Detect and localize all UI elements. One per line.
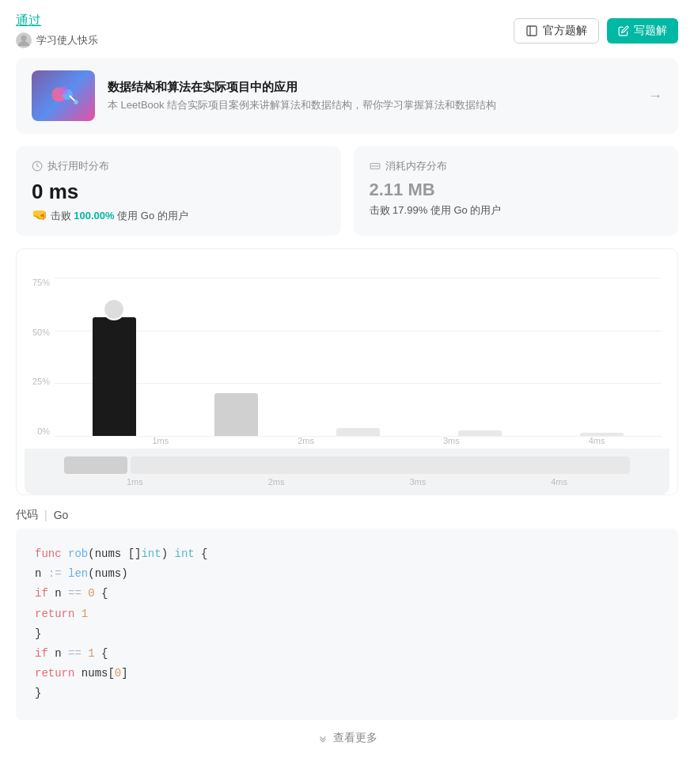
y-label-25: 25%	[32, 377, 50, 386]
memory-stat-card: 消耗内存分布 2.11 MB 击败 17.99% 使用 Go 的用户	[354, 146, 679, 236]
user-icon	[17, 33, 31, 47]
code-separator: |	[44, 509, 47, 521]
book-desc: 本 LeetBook 结合实际项目案例来讲解算法和数据结构，帮你学习掌握算法和数…	[108, 98, 496, 112]
official-solution-button[interactable]: 官方题解	[514, 18, 599, 44]
header: 通过 学习使人快乐 官方题解	[16, 13, 678, 48]
chart-container: 75% 50% 25% 0%	[16, 248, 678, 495]
bar-4ms	[580, 433, 624, 436]
header-right: 官方题解 写题解	[514, 18, 678, 44]
x-label-4ms: 4ms	[524, 436, 669, 445]
scroll-track	[131, 456, 630, 474]
stats-row: 执行用时分布 0 ms 🤜 击败 100.00% 使用 Go 的用户 消耗内存分…	[16, 146, 678, 236]
svg-point-5	[59, 86, 68, 95]
grid-line-0	[55, 436, 662, 437]
memory-value: 2.11 MB	[370, 180, 663, 200]
time-highlight: 100.00%	[74, 210, 114, 222]
code-header: 代码 | Go	[16, 508, 678, 522]
time-value: 0 ms	[32, 180, 325, 204]
scroll-x-3ms: 3ms	[347, 477, 489, 487]
chart-scrollbar-area[interactable]: 1ms 2ms 3ms 4ms	[25, 449, 669, 494]
bar-1ms	[214, 393, 258, 436]
edit-icon	[618, 25, 629, 36]
book-banner[interactable]: 数据结构和算法在实际项目中的应用 本 LeetBook 结合实际项目案例来讲解算…	[16, 58, 678, 134]
user-row: 学习使人快乐	[16, 32, 98, 48]
page-container: 通过 学习使人快乐 官方题解	[0, 0, 694, 769]
y-label-50: 50%	[32, 328, 50, 337]
memory-stat-title: 消耗内存分布	[370, 159, 663, 173]
book-info: 数据结构和算法在实际项目中的应用 本 LeetBook 结合实际项目案例来讲解算…	[108, 80, 496, 112]
scrollbar-row	[64, 456, 630, 474]
bar-group-2ms	[298, 428, 417, 436]
code-line-5: }	[35, 624, 659, 644]
code-line-1: func rob(nums []int) int {	[35, 544, 659, 564]
bar-avatar	[103, 298, 125, 320]
scroll-x-2ms: 2ms	[206, 477, 347, 487]
bar-group-3ms	[421, 430, 540, 436]
x-label-2ms: 2ms	[233, 436, 379, 445]
book-icon	[525, 25, 538, 37]
header-left: 通过 学习使人快乐	[16, 13, 98, 48]
time-sub: 🤜 击败 100.00% 使用 Go 的用户	[32, 207, 325, 223]
svg-rect-9	[370, 164, 380, 169]
code-line-6: if n == 1 {	[35, 644, 659, 664]
memory-sub: 击败 17.99% 使用 Go 的用户	[370, 203, 663, 218]
code-line-8: }	[35, 684, 659, 703]
avatar	[16, 32, 32, 48]
write-solution-button[interactable]: 写题解	[607, 18, 678, 44]
x-label-1ms: 1ms	[88, 436, 233, 445]
bar-2ms	[336, 428, 380, 436]
view-more-button[interactable]: 查看更多	[16, 720, 678, 756]
y-axis: 75% 50% 25% 0%	[32, 278, 50, 436]
time-stat-title: 执行用时分布	[32, 159, 325, 173]
code-line-2: n := len(nums)	[35, 564, 659, 584]
bar-group-0ms	[55, 317, 173, 436]
scroll-x-1ms: 1ms	[64, 477, 206, 487]
book-thumbnail	[32, 70, 95, 121]
code-block: func rob(nums []int) int { n := len(nums…	[16, 528, 678, 720]
chart-inner	[55, 278, 662, 436]
book-cover-graphic	[47, 80, 79, 112]
code-lang: Go	[54, 509, 69, 521]
scroll-x-labels: 1ms 2ms 3ms 4ms	[64, 474, 630, 487]
bars-wrapper	[55, 278, 662, 436]
bar-0ms	[93, 317, 136, 436]
x-label-3ms: 3ms	[379, 436, 525, 445]
code-section: 代码 | Go func rob(nums []int) int { n := …	[16, 508, 678, 756]
svg-point-0	[21, 36, 26, 41]
time-stat-card: 执行用时分布 0 ms 🤜 击败 100.00% 使用 Go 的用户	[16, 146, 341, 236]
svg-rect-1	[527, 26, 537, 36]
chevron-down-double-icon	[317, 733, 328, 744]
clock-icon	[32, 161, 43, 172]
y-label-75: 75%	[32, 278, 50, 287]
code-line-4: return 1	[35, 604, 659, 624]
code-label: 代码	[16, 508, 38, 522]
memory-icon	[370, 161, 381, 172]
pass-label[interactable]: 通过	[16, 13, 98, 29]
code-line-7: return nums[0]	[35, 664, 659, 684]
bar-3ms	[458, 430, 502, 436]
x-labels: 1ms 2ms 3ms 4ms	[25, 436, 669, 449]
username: 学习使人快乐	[36, 33, 98, 47]
scroll-thumb-left	[64, 456, 127, 474]
bar-avatar-inner	[104, 300, 123, 319]
scroll-x-4ms: 4ms	[488, 477, 630, 487]
book-title: 数据结构和算法在实际项目中的应用	[108, 80, 496, 95]
chart-area: 75% 50% 25% 0%	[25, 262, 669, 436]
bar-group-1ms	[176, 393, 295, 436]
code-line-3: if n == 0 {	[35, 584, 659, 604]
svg-point-7	[74, 100, 78, 104]
book-arrow: →	[648, 88, 662, 104]
y-label-0: 0%	[37, 426, 50, 436]
bar-group-4ms	[543, 433, 662, 436]
